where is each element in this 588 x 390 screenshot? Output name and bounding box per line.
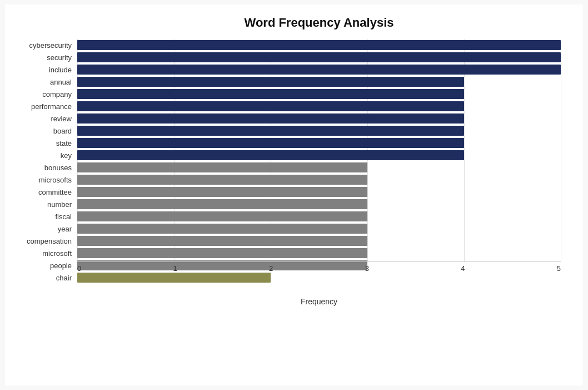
bar-label: microsoft <box>11 249 77 258</box>
bar-row: number <box>77 198 561 210</box>
bar-row: cybersecurity <box>77 39 561 51</box>
bar-row: compensation <box>77 235 561 247</box>
bar-row: committee <box>77 186 561 198</box>
bar-track <box>77 113 561 124</box>
bar-fill <box>77 89 464 99</box>
bar-label: number <box>11 200 77 209</box>
bar-track <box>77 65 561 75</box>
bar-fill <box>77 162 367 172</box>
x-ticks: 012345 <box>77 262 561 273</box>
bar-label: chair <box>11 274 77 282</box>
bar-fill <box>77 175 367 185</box>
bar-label: performance <box>11 102 77 111</box>
bar-track <box>77 211 561 221</box>
bar-label: year <box>11 225 77 233</box>
x-tick: 3 <box>365 264 369 273</box>
bar-track <box>77 224 561 234</box>
chart-wrapper: cybersecuritysecurityincludeannualcompan… <box>77 39 561 284</box>
bar-row: security <box>77 51 561 63</box>
bar-track <box>77 199 561 209</box>
bar-label: cybersecurity <box>11 41 77 50</box>
bar-label: key <box>11 151 77 160</box>
bar-fill <box>77 65 561 75</box>
bar-track <box>77 236 561 246</box>
bar-label: review <box>11 115 77 123</box>
x-tick: 1 <box>173 264 177 273</box>
bar-label: committee <box>11 188 77 196</box>
bar-label: security <box>11 53 77 62</box>
bar-track <box>77 175 561 185</box>
x-tick: 5 <box>557 264 561 273</box>
bar-fill <box>77 248 367 258</box>
bar-label: annual <box>11 78 77 86</box>
bar-track <box>77 40 561 50</box>
x-tick: 2 <box>269 264 273 273</box>
x-axis: 012345 <box>77 261 561 284</box>
bar-track <box>77 89 561 99</box>
bar-row: fiscal <box>77 210 561 223</box>
bar-row: board <box>77 125 561 137</box>
bar-row: year <box>77 223 561 235</box>
bar-label: bonuses <box>11 164 77 172</box>
bar-fill <box>77 187 367 197</box>
bar-fill <box>77 211 367 221</box>
bar-row: company <box>77 88 561 100</box>
bar-label: microsofts <box>11 176 77 184</box>
bar-label: board <box>11 127 77 135</box>
x-tick: 4 <box>461 264 465 273</box>
bar-label: fiscal <box>11 213 77 221</box>
bar-fill <box>77 150 464 160</box>
bar-label: include <box>11 66 77 74</box>
chart-container: Word Frequency Analysis cybersecuritysec… <box>5 4 583 386</box>
bar-row: include <box>77 63 561 76</box>
bar-fill <box>77 101 464 111</box>
bar-track <box>77 187 561 197</box>
bar-fill <box>77 40 561 50</box>
bar-fill <box>77 77 464 87</box>
bar-fill <box>77 113 464 124</box>
bar-track <box>77 52 561 62</box>
bar-fill <box>77 138 464 148</box>
x-tick: 0 <box>77 264 81 273</box>
bar-row: key <box>77 149 561 161</box>
bar-fill <box>77 126 464 136</box>
x-axis-label: Frequency <box>301 297 337 306</box>
bar-chart: cybersecuritysecurityincludeannualcompan… <box>77 39 561 284</box>
bar-label: compensation <box>11 237 77 245</box>
bar-row: state <box>77 137 561 149</box>
bar-row: microsoft <box>77 247 561 259</box>
chart-title: Word Frequency Analysis <box>77 16 561 30</box>
bar-fill <box>77 236 367 246</box>
bar-track <box>77 126 561 136</box>
gridline <box>561 39 561 261</box>
bar-row: performance <box>77 100 561 112</box>
bar-track <box>77 101 561 111</box>
bar-track <box>77 77 561 87</box>
bar-track <box>77 150 561 160</box>
bar-track <box>77 162 561 172</box>
bar-fill <box>77 199 367 209</box>
bar-label: company <box>11 90 77 98</box>
bar-row: annual <box>77 76 561 88</box>
bar-row: review <box>77 112 561 125</box>
bar-row: microsofts <box>77 174 561 186</box>
bar-label: state <box>11 139 77 147</box>
bar-fill <box>77 224 367 234</box>
bar-label: people <box>11 261 77 270</box>
bar-track <box>77 138 561 148</box>
bar-track <box>77 248 561 258</box>
bar-fill <box>77 52 561 62</box>
bar-row: bonuses <box>77 161 561 174</box>
